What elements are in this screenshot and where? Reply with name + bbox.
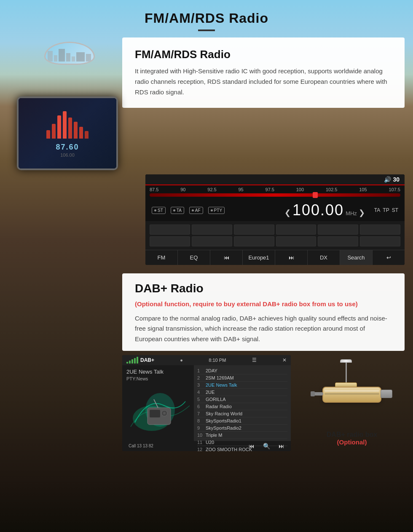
btn-europe1[interactable]: Europe1 <box>243 250 275 265</box>
station-item-9: 9 SkySportsRadio2 <box>197 425 287 432</box>
radio-screenshot: 🔊 30 87.59092.59597.5100102.5105107.5 ST <box>145 174 405 265</box>
freq-track <box>150 193 400 197</box>
preset-8[interactable] <box>192 236 232 246</box>
freq-display: ❮ 100.00 MHz ❯ <box>284 201 365 219</box>
screen-frequency: 87.60 <box>56 143 79 152</box>
page-header: FM/AM/RDS Radio <box>0 0 413 37</box>
station-item-1: 1 2DAY <box>197 367 287 374</box>
page-title: FM/AM/RDS Radio <box>8 11 405 26</box>
dab-close-icon: ✕ <box>282 357 287 363</box>
dab-time: 8:10 PM <box>209 358 226 363</box>
dab-menu-icon: ☰ <box>252 357 257 363</box>
radio-toolbar: FM EQ ⏮ Europe1 ⏭ DX Search ↩ <box>145 250 405 265</box>
freq-number: 100.00 <box>292 201 344 219</box>
radio-controls: ST TA AF PTY ❮ 100.00 MHz ❯ TA TP ST <box>145 199 405 221</box>
dab-controls: ⏮ 🔍 ⏭ <box>249 443 284 449</box>
dab-label: DAB+ <box>140 357 154 363</box>
radio-top-bar: 🔊 30 <box>145 174 405 185</box>
dab-visual-art <box>126 385 190 431</box>
radio-ui-section: 🔊 30 87.59092.59597.5100102.5105107.5 ST <box>0 170 413 273</box>
dab-top-bar: DAB+ ● 8:10 PM ☰ ✕ <box>122 355 291 365</box>
station-item-7: 7 Sky Racing World <box>197 410 287 417</box>
station-item-3: 3 2UE News Talk <box>197 382 287 389</box>
dab-content: 2UE News Talk PTY:News <box>122 365 291 441</box>
preset-10[interactable] <box>276 236 316 246</box>
dab-section: DAB+ Radio (Optional function, require t… <box>122 273 405 351</box>
dab-call: Call 13 13 82 <box>129 444 153 448</box>
dab-btn-search[interactable]: 🔍 <box>263 443 270 449</box>
btn-dx[interactable]: DX <box>308 250 340 265</box>
fm-info-card: FM/AM/RDS Radio It integrated with High-… <box>122 37 405 108</box>
freq-arrow-left: ❮ <box>284 208 291 217</box>
btn-prev[interactable]: ⏮ <box>210 250 243 265</box>
dab-title: DAB+ Radio <box>135 282 392 295</box>
volume-icon: 🔊 <box>384 176 391 183</box>
radio-box-optional: (Optional) <box>337 438 367 446</box>
btn-back[interactable]: ↩ <box>373 250 405 265</box>
dab-btn-prev[interactable]: ⏮ <box>249 443 255 449</box>
car-screen-area: 87.60 106.00 <box>17 96 122 170</box>
radio-box-label: DAB+ radio box <box>327 431 377 438</box>
preset-5[interactable] <box>318 225 358 235</box>
dab-station-playing: 2UE News Talk <box>126 369 190 375</box>
dab-station-list: 1 2DAY 2 2SM 1269AM 3 2UE News Talk 4 <box>194 365 291 441</box>
station-item-2: 2 2SM 1269AM <box>197 374 287 382</box>
preset-4[interactable] <box>276 225 316 235</box>
svg-point-5 <box>163 412 166 414</box>
dab-description: Compare to the normal analog radio, DAB+… <box>135 313 392 345</box>
freq-bar-area: 87.59092.59597.5100102.5105107.5 <box>145 185 405 199</box>
fm-description: It integrated with High-Sensitive radio … <box>135 66 392 97</box>
dab-signal-dots: ● <box>180 358 183 363</box>
title-underline <box>198 29 215 31</box>
radio-right-badges: TA TP ST <box>374 207 398 213</box>
preset-6[interactable] <box>360 225 400 235</box>
station-item-8: 8 SkySportsRadio1 <box>197 417 287 425</box>
presets-grid <box>145 221 405 250</box>
rearview-mirror <box>44 42 95 65</box>
preset-9[interactable] <box>234 236 274 246</box>
btn-eq[interactable]: EQ <box>178 250 210 265</box>
fm-heading: FM/AM/RDS Radio <box>135 48 392 61</box>
badge-ta: TA <box>171 207 184 214</box>
preset-2[interactable] <box>192 225 232 235</box>
car-image-area: 87.60 106.00 <box>0 37 122 170</box>
dab-optional: (Optional function, require to buy exter… <box>135 299 392 309</box>
svg-rect-3 <box>150 410 160 417</box>
station-item-4: 4 2UE <box>197 389 287 396</box>
station-item-6: 6 Radar Radio <box>197 403 287 410</box>
dab-signal <box>126 357 138 364</box>
btn-fm[interactable]: FM <box>145 250 178 265</box>
preset-7[interactable] <box>150 236 190 246</box>
freq-arrow-right: ❯ <box>359 208 365 217</box>
station-item-10: 10 Triple M <box>197 432 287 439</box>
volume-number: 30 <box>393 176 400 183</box>
preset-12[interactable] <box>360 236 400 246</box>
btn-search[interactable]: Search <box>340 250 373 265</box>
station-item-5: 5 GORILLA <box>197 396 287 403</box>
badge-st: ST <box>152 207 166 214</box>
dab-screenshot: DAB+ ● 8:10 PM ☰ ✕ 2UE News Talk PTY:New… <box>122 355 291 451</box>
btn-next[interactable]: ⏭ <box>275 250 308 265</box>
bottom-section: DAB+ ● 8:10 PM ☰ ✕ 2UE News Talk PTY:New… <box>0 351 413 460</box>
badge-pty: PTY <box>208 207 225 214</box>
screen-freq2: 106.00 <box>60 152 75 158</box>
badge-af: AF <box>189 207 203 214</box>
preset-3[interactable] <box>234 225 274 235</box>
freq-scale: 87.59092.59597.5100102.5105107.5 <box>150 187 400 192</box>
radio-box-section: DAB+ radio box (Optional) <box>299 355 405 450</box>
dab-pty: PTY:News <box>126 376 190 381</box>
preset-1[interactable] <box>150 225 190 235</box>
dab-box-visual <box>310 359 394 427</box>
dab-btn-next[interactable]: ⏭ <box>279 443 284 449</box>
freq-unit: MHz <box>346 210 357 217</box>
dab-visual-area: 2UE News Talk PTY:News <box>122 365 194 441</box>
preset-11[interactable] <box>318 236 358 246</box>
freq-needle <box>313 192 318 198</box>
